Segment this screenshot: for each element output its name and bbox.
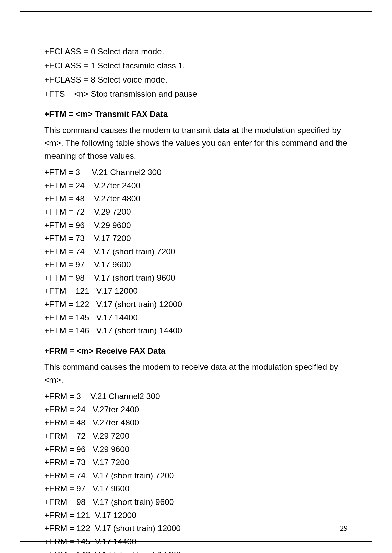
- page-content: +FCLASS = 0 Select data mode. +FCLASS = …: [0, 13, 392, 553]
- command-row: +FRM = 122 V.17 (short train) 12000: [44, 522, 348, 535]
- command-row: +FRM = 72 V.29 7200: [44, 429, 348, 443]
- command-row: +FRM = 48 V.27ter 4800: [44, 416, 348, 429]
- command-row: +FRM = 146 V.17 (short train) 14400: [44, 548, 348, 553]
- command-row: +FTM = 72 V.29 7200: [44, 205, 348, 218]
- command-row: +FTM = 73 V.17 7200: [44, 232, 348, 245]
- frm-heading: +FRM = <m> Receive FAX Data: [44, 345, 348, 357]
- fclass-line: +FCLASS = 0 Select data mode.: [44, 45, 348, 58]
- command-row: +FRM = 24 V.27ter 2400: [44, 403, 348, 416]
- command-row: +FRM = 97 V.17 9600: [44, 482, 348, 495]
- top-rule: [20, 11, 372, 12]
- command-row: +FRM = 121 V.17 12000: [44, 509, 348, 522]
- command-row: +FTM = 97 V.17 9600: [44, 258, 348, 271]
- fclass-line: +FCLASS = 8 Select voice mode.: [44, 73, 348, 86]
- fclass-block: +FCLASS = 0 Select data mode. +FCLASS = …: [44, 45, 348, 100]
- command-row: +FTM = 48 V.27ter 4800: [44, 192, 348, 205]
- command-row: +FRM = 73 V.17 7200: [44, 456, 348, 469]
- command-row: +FTM = 74 V.17 (short train) 7200: [44, 245, 348, 258]
- ftm-body: This command causes the modem to transmi…: [44, 124, 348, 162]
- command-row: +FTM = 121 V.17 12000: [44, 284, 348, 297]
- command-row: +FRM = 98 V.17 (short train) 9600: [44, 495, 348, 509]
- command-row: +FTM = 96 V.29 9600: [44, 219, 348, 232]
- command-row: +FRM = 3 V.21 Channel2 300: [44, 390, 348, 403]
- ftm-heading: +FTM = <m> Transmit FAX Data: [44, 108, 348, 121]
- command-row: +FRM = 96 V.29 9600: [44, 443, 348, 456]
- frm-table: +FRM = 3 V.21 Channel2 300+FRM = 24 V.27…: [44, 390, 348, 553]
- bottom-rule: [20, 541, 372, 542]
- command-row: +FTM = 146 V.17 (short train) 14400: [44, 324, 348, 337]
- ftm-table: +FTM = 3 V.21 Channel2 300+FTM = 24 V.27…: [44, 166, 348, 337]
- command-row: +FTM = 122 V.17 (short train) 12000: [44, 298, 348, 311]
- document-page: +FCLASS = 0 Select data mode. +FCLASS = …: [0, 0, 392, 553]
- command-row: +FTM = 145 V.17 14400: [44, 311, 348, 324]
- fclass-line: +FCLASS = 1 Select facsimile class 1.: [44, 59, 348, 72]
- frm-body: This command causes the modem to receive…: [44, 361, 348, 386]
- command-row: +FRM = 74 V.17 (short train) 7200: [44, 469, 348, 482]
- page-number: 29: [340, 524, 348, 533]
- command-row: +FTM = 24 V.27ter 2400: [44, 179, 348, 192]
- command-row: +FTM = 3 V.21 Channel2 300: [44, 166, 348, 179]
- command-row: +FTM = 98 V.17 (short train) 9600: [44, 271, 348, 284]
- fclass-line: +FTS = <n> Stop transmission and pause: [44, 88, 348, 100]
